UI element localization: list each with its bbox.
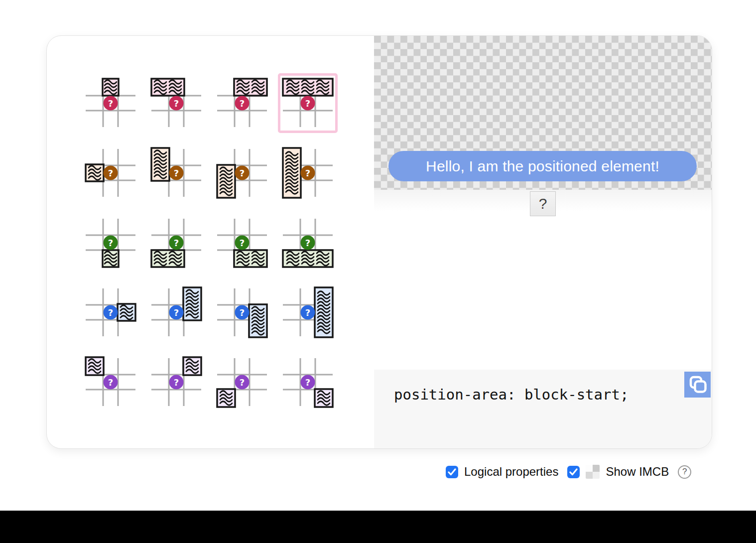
svg-text:?: ? — [305, 307, 310, 318]
svg-text:?: ? — [108, 168, 113, 178]
svg-text:?: ? — [174, 307, 179, 318]
svg-text:?: ? — [108, 307, 113, 318]
position-area-option-inline-end-full[interactable]: ? — [275, 277, 341, 347]
svg-text:?: ? — [240, 238, 245, 248]
show-imcb-checkbox[interactable] — [567, 466, 580, 478]
positioned-element: Hello, I am the positioned element! — [388, 151, 697, 181]
position-area-option-inline-start-center[interactable]: ? — [78, 138, 143, 208]
svg-text:?: ? — [174, 238, 179, 248]
code-panel: position-area: block-start; — [374, 370, 712, 448]
position-area-option-inline-end-center[interactable]: ? — [78, 277, 143, 347]
position-area-matrix: ???????????????????? — [78, 68, 341, 417]
copy-button[interactable] — [684, 372, 711, 398]
logical-properties-label: Logical properties — [464, 465, 558, 479]
svg-text:?: ? — [240, 98, 245, 109]
check-icon — [569, 468, 578, 476]
svg-text:?: ? — [305, 98, 310, 109]
help-circle-icon[interactable]: ? — [678, 465, 691, 479]
svg-text:?: ? — [108, 98, 113, 109]
svg-text:?: ? — [174, 98, 179, 109]
position-area-option-inline-end-span-end[interactable]: ? — [209, 277, 275, 347]
position-area-tool-card: ???????????????????? Hello, I am the pos… — [46, 35, 712, 449]
position-area-option-block-start-inline-start[interactable]: ? — [78, 347, 143, 417]
position-area-option-block-start-center[interactable]: ? — [78, 68, 143, 138]
position-area-option-block-end-span-end[interactable]: ? — [209, 208, 275, 277]
svg-text:?: ? — [305, 238, 310, 248]
position-area-option-block-end-full[interactable]: ? — [275, 208, 341, 277]
svg-text:?: ? — [305, 377, 310, 388]
svg-text:?: ? — [108, 377, 113, 388]
position-area-option-inline-start-span-start[interactable]: ? — [143, 138, 209, 208]
position-area-option-block-end-center[interactable]: ? — [78, 208, 143, 277]
position-area-option-inline-start-span-end[interactable]: ? — [209, 138, 275, 208]
position-area-option-block-start-full[interactable]: ? — [275, 68, 341, 138]
anchor-element: ? — [530, 191, 556, 216]
logical-properties-checkbox[interactable] — [446, 466, 458, 478]
transparency-checker-icon — [586, 465, 600, 479]
check-icon — [448, 468, 456, 476]
settings-row: Logical properties Show IMCB ? — [446, 462, 691, 481]
position-area-option-block-end-span-start[interactable]: ? — [143, 208, 209, 277]
svg-text:?: ? — [305, 168, 310, 178]
copy-icon — [684, 372, 711, 398]
svg-text:?: ? — [240, 168, 245, 178]
position-area-option-block-end-inline-start[interactable]: ? — [209, 347, 275, 417]
position-area-option-inline-start-full[interactable]: ? — [275, 138, 341, 208]
position-area-option-inline-end-span-start[interactable]: ? — [143, 277, 209, 347]
svg-text:?: ? — [174, 377, 179, 388]
position-area-option-block-end-inline-end[interactable]: ? — [275, 347, 341, 417]
position-area-option-block-start-inline-end[interactable]: ? — [143, 347, 209, 417]
svg-text:?: ? — [240, 377, 245, 388]
svg-text:?: ? — [240, 307, 245, 318]
show-imcb-label: Show IMCB — [606, 465, 669, 479]
position-area-option-block-start-span-start[interactable]: ? — [143, 68, 209, 138]
css-declaration: position-area: block-start; — [394, 386, 629, 403]
svg-text:?: ? — [108, 238, 113, 248]
position-area-option-block-start-span-end[interactable]: ? — [209, 68, 275, 138]
screenshot-bottom-bar — [0, 511, 756, 543]
svg-text:?: ? — [174, 168, 179, 178]
